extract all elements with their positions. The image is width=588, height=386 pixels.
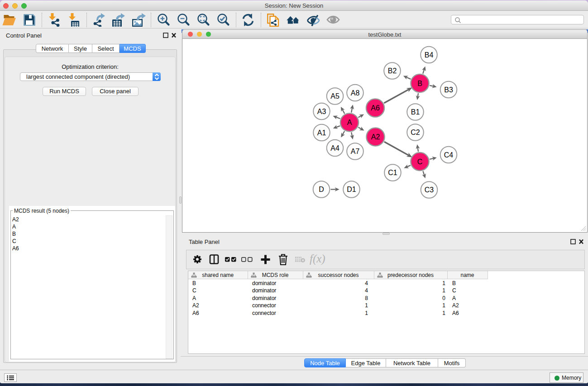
svg-text:A1: A1 [317,129,326,137]
svg-text:B3: B3 [444,86,453,94]
svg-text:A5: A5 [330,92,339,100]
svg-text:C: C [417,158,423,166]
svg-text:B: B [417,80,422,87]
svg-text:A: A [347,119,352,126]
svg-text:D1: D1 [347,186,356,193]
svg-text:D: D [319,186,324,193]
svg-text:B4: B4 [425,51,434,59]
svg-text:A7: A7 [351,148,360,155]
svg-text:A2: A2 [371,133,380,141]
svg-text:C4: C4 [444,151,454,159]
svg-text:A3: A3 [317,108,326,115]
svg-text:B1: B1 [411,108,420,116]
svg-text:C3: C3 [425,186,434,194]
svg-text:C2: C2 [411,129,420,136]
svg-text:A4: A4 [330,144,339,152]
svg-text:A8: A8 [351,89,360,97]
svg-text:A6: A6 [371,104,380,112]
svg-text:B2: B2 [388,67,397,75]
svg-text:C1: C1 [388,169,397,176]
